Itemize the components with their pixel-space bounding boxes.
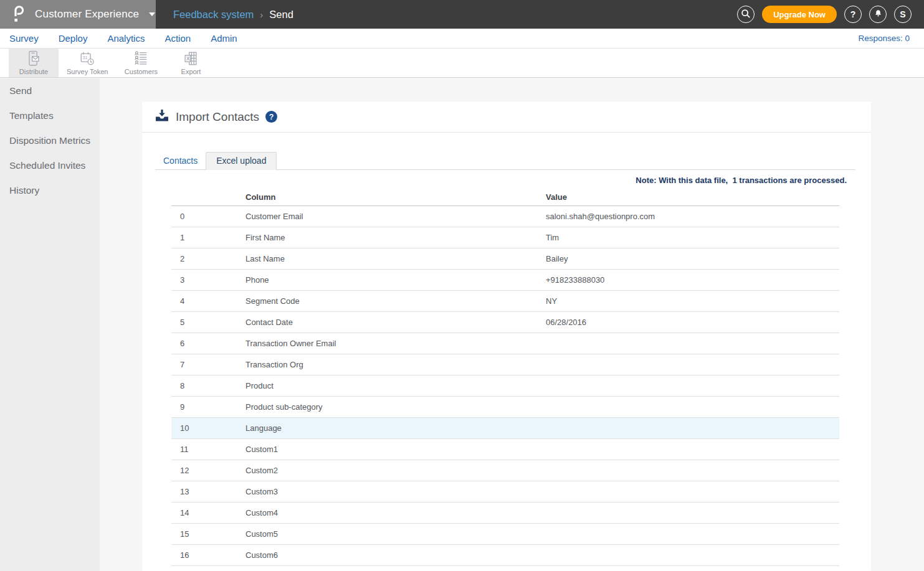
notifications-button[interactable]: [869, 6, 887, 23]
nav-item-analytics[interactable]: Analytics: [107, 33, 145, 44]
table-row[interactable]: 6Transaction Owner Email: [171, 333, 839, 354]
sidebar-item-send[interactable]: Send: [0, 78, 100, 103]
nav-list: SurveyDeployAnalyticsActionAdmin: [9, 33, 257, 44]
cell-column: Product: [245, 381, 546, 390]
toolbar-distribute-button[interactable]: Distribute: [9, 49, 59, 77]
toolbar-label: Distribute: [19, 68, 48, 75]
table-row[interactable]: 3Phone+918233888030: [171, 270, 839, 291]
cell-index: 16: [171, 550, 245, 560]
main-nav: SurveyDeployAnalyticsActionAdmin Respons…: [0, 29, 924, 49]
sidebar-item-scheduled-invites[interactable]: Scheduled Invites: [0, 153, 100, 178]
cell-index: 9: [171, 402, 245, 412]
cell-index: 0: [171, 212, 245, 221]
top-bar: Customer Experience Feedback system › Se…: [0, 0, 924, 29]
nav-item-action[interactable]: Action: [164, 33, 191, 44]
nav-item-admin[interactable]: Admin: [211, 33, 237, 44]
cell-index: 1: [171, 233, 245, 242]
cell-index: 10: [171, 423, 245, 433]
table-row[interactable]: 8Product: [171, 375, 839, 397]
table-row[interactable]: 4Segment CodeNY: [171, 291, 839, 312]
table-row[interactable]: 10Language: [171, 418, 839, 439]
toolbar-customers-button[interactable]: Customers: [116, 49, 166, 77]
sidebar-item-templates[interactable]: Templates: [0, 103, 100, 128]
question-mark-icon: ?: [850, 9, 856, 19]
table-header-row: Column Value: [171, 188, 839, 206]
tab-excel-upload[interactable]: Excel upload: [206, 152, 277, 170]
table-row[interactable]: 14Custom4: [171, 503, 839, 524]
bell-icon: [873, 8, 884, 21]
cell-column: Language: [245, 423, 546, 433]
breadcrumb: Feedback system › Send: [173, 9, 293, 21]
search-icon: [740, 8, 751, 21]
cell-column: Product sub-category: [245, 402, 546, 412]
cell-index: 6: [171, 339, 245, 348]
questionpro-logo-icon: [11, 4, 26, 25]
toolbar-survey-token-button[interactable]: 31 Survey Token: [59, 49, 116, 77]
cell-column: Segment Code: [245, 296, 546, 306]
cell-index: 12: [171, 466, 245, 475]
cell-column: Contact Date: [245, 318, 546, 327]
title-help-icon[interactable]: ?: [265, 111, 277, 123]
cell-index: 4: [171, 296, 245, 306]
header-value: Value: [546, 192, 839, 202]
panel-header: Import Contacts ?: [142, 101, 871, 133]
distribute-toolbar: Distribute 31 Survey Token: [0, 49, 924, 78]
table-row[interactable]: 2Last NameBailey: [171, 248, 839, 270]
table-row[interactable]: 1First NameTim: [171, 227, 839, 248]
import-download-icon: [156, 110, 168, 124]
breadcrumb-survey-link[interactable]: Feedback system: [173, 9, 254, 21]
table-row[interactable]: 9Product sub-category: [171, 397, 839, 418]
sidebar-item-disposition-metrics[interactable]: Disposition Metrics: [0, 128, 100, 153]
table-row[interactable]: 15Custom5: [171, 524, 839, 545]
upgrade-now-button[interactable]: Upgrade Now: [762, 6, 837, 23]
account-avatar[interactable]: S: [894, 6, 912, 23]
cell-index: 11: [171, 445, 245, 454]
cell-column: Custom4: [245, 508, 546, 517]
table-row[interactable]: 13Custom3: [171, 481, 839, 503]
sidebar-item-history[interactable]: History: [0, 178, 100, 203]
import-table-body: 0Customer Emailsaloni.shah@questionpro.c…: [171, 206, 839, 566]
chevron-down-icon: [149, 12, 155, 16]
cell-column: Last Name: [245, 254, 546, 263]
search-button[interactable]: [737, 6, 755, 23]
page-title: Import Contacts: [176, 110, 259, 124]
topbar-actions: Upgrade Now ? S: [737, 6, 912, 23]
avatar-letter: S: [900, 9, 905, 19]
toolbar-label: Customers: [125, 68, 158, 75]
cell-column: Custom5: [245, 529, 546, 539]
cell-column: Phone: [245, 275, 546, 285]
table-row[interactable]: 0Customer Emailsaloni.shah@questionpro.c…: [171, 206, 839, 227]
responses-link[interactable]: Responses: 0: [858, 34, 910, 43]
help-button[interactable]: ?: [844, 6, 862, 23]
cell-column: Transaction Org: [245, 360, 546, 369]
breadcrumb-separator: ›: [260, 9, 263, 20]
cell-value: Tim: [546, 233, 839, 242]
table-row[interactable]: 7Transaction Org: [171, 354, 839, 375]
product-switcher[interactable]: Customer Experience: [0, 0, 156, 29]
cell-index: 5: [171, 318, 245, 327]
cell-value: saloni.shah@questionpro.com: [546, 212, 839, 221]
cell-index: 15: [171, 529, 245, 539]
cell-value: +918233888030: [546, 275, 839, 285]
nav-item-survey[interactable]: Survey: [9, 33, 39, 44]
cell-value: 06/28/2016: [546, 318, 839, 327]
toolbar-export-button[interactable]: X Export: [166, 49, 216, 77]
cell-column: Custom6: [245, 550, 546, 560]
nav-item-deploy[interactable]: Deploy: [59, 33, 88, 44]
cell-index: 14: [171, 508, 245, 517]
cell-index: 2: [171, 254, 245, 263]
svg-text:X: X: [186, 55, 190, 61]
cell-index: 3: [171, 275, 245, 285]
tab-contacts[interactable]: Contacts: [155, 152, 206, 169]
sidebar: SendTemplatesDisposition MetricsSchedule…: [0, 78, 100, 571]
cell-column: Custom2: [245, 466, 546, 475]
table-row[interactable]: 16Custom6: [171, 545, 839, 566]
header-column: Column: [245, 192, 546, 202]
cell-column: First Name: [245, 233, 546, 242]
cell-column: Custom1: [245, 445, 546, 454]
people-list-icon: [131, 50, 150, 67]
table-row[interactable]: 11Custom1: [171, 439, 839, 460]
table-row[interactable]: 5Contact Date06/28/2016: [171, 312, 839, 333]
cell-index: 13: [171, 487, 245, 496]
table-row[interactable]: 12Custom2: [171, 460, 839, 481]
